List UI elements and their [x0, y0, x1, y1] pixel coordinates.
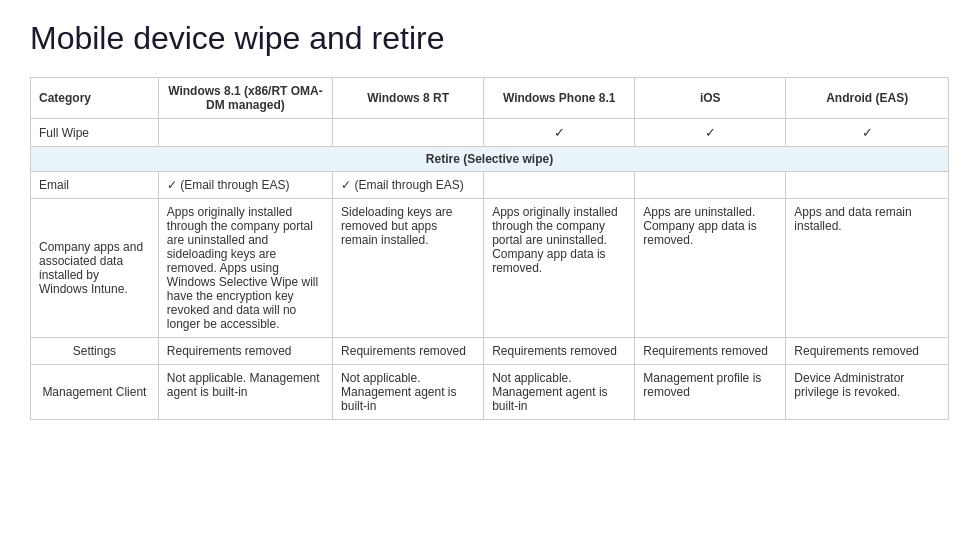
- col-header-win81: Windows 8.1 (x86/RT OMA-DM managed): [158, 78, 332, 119]
- table-header-row: Category Windows 8.1 (x86/RT OMA-DM mana…: [31, 78, 949, 119]
- cell-companyapps-category: Company apps and associated data install…: [31, 199, 159, 338]
- cell-mgmtclient-category: Management Client: [31, 365, 159, 420]
- cell-fullwipe-ios: ✓: [635, 119, 786, 147]
- cell-email-win81: ✓ (Email through EAS): [158, 172, 332, 199]
- cell-email-android: [786, 172, 949, 199]
- cell-fullwipe-winphone: ✓: [484, 119, 635, 147]
- cell-mgmtclient-ios: Management profile is removed: [635, 365, 786, 420]
- table-row-email: Email ✓ (Email through EAS) ✓ (Email thr…: [31, 172, 949, 199]
- check-fullwipe-ios: ✓: [643, 125, 777, 140]
- cell-mgmtclient-winphone: Not applicable. Management agent is buil…: [484, 365, 635, 420]
- cell-settings-android: Requirements removed: [786, 338, 949, 365]
- cell-email-winphone: [484, 172, 635, 199]
- table-row-mgmtclient: Management Client Not applicable. Manage…: [31, 365, 949, 420]
- cell-fullwipe-android: ✓: [786, 119, 949, 147]
- cell-companyapps-android: Apps and data remain installed.: [786, 199, 949, 338]
- cell-mgmtclient-winrt: Not applicable. Management agent is buil…: [333, 365, 484, 420]
- cell-retire-label: Retire (Selective wipe): [31, 147, 949, 172]
- check-fullwipe-android: ✓: [794, 125, 940, 140]
- cell-email-category: Email: [31, 172, 159, 199]
- cell-companyapps-win81: Apps originally installed through the co…: [158, 199, 332, 338]
- col-header-winphone: Windows Phone 8.1: [484, 78, 635, 119]
- cell-settings-winphone: Requirements removed: [484, 338, 635, 365]
- table-row-fullwipe: Full Wipe ✓ ✓ ✓: [31, 119, 949, 147]
- cell-mgmtclient-android: Device Administrator privilege is revoke…: [786, 365, 949, 420]
- col-header-ios: iOS: [635, 78, 786, 119]
- col-header-android: Android (EAS): [786, 78, 949, 119]
- cell-email-winrt: ✓ (Email through EAS): [333, 172, 484, 199]
- col-header-winrt: Windows 8 RT: [333, 78, 484, 119]
- cell-fullwipe-win81: [158, 119, 332, 147]
- table-row-settings: Settings Requirements removed Requiremen…: [31, 338, 949, 365]
- table-row-companyapps: Company apps and associated data install…: [31, 199, 949, 338]
- wipe-retire-table: Category Windows 8.1 (x86/RT OMA-DM mana…: [30, 77, 949, 420]
- cell-settings-category: Settings: [31, 338, 159, 365]
- cell-companyapps-winphone: Apps originally installed through the co…: [484, 199, 635, 338]
- cell-fullwipe-category: Full Wipe: [31, 119, 159, 147]
- col-header-category: Category: [31, 78, 159, 119]
- page-title: Mobile device wipe and retire: [30, 20, 949, 57]
- cell-companyapps-winrt: Sideloading keys are removed but apps re…: [333, 199, 484, 338]
- table-row-retire-label: Retire (Selective wipe): [31, 147, 949, 172]
- cell-settings-win81: Requirements removed: [158, 338, 332, 365]
- cell-mgmtclient-win81: Not applicable. Management agent is buil…: [158, 365, 332, 420]
- cell-settings-ios: Requirements removed: [635, 338, 786, 365]
- cell-fullwipe-winrt: [333, 119, 484, 147]
- check-fullwipe-winphone: ✓: [492, 125, 626, 140]
- cell-email-ios: [635, 172, 786, 199]
- cell-companyapps-ios: Apps are uninstalled. Company app data i…: [635, 199, 786, 338]
- cell-settings-winrt: Requirements removed: [333, 338, 484, 365]
